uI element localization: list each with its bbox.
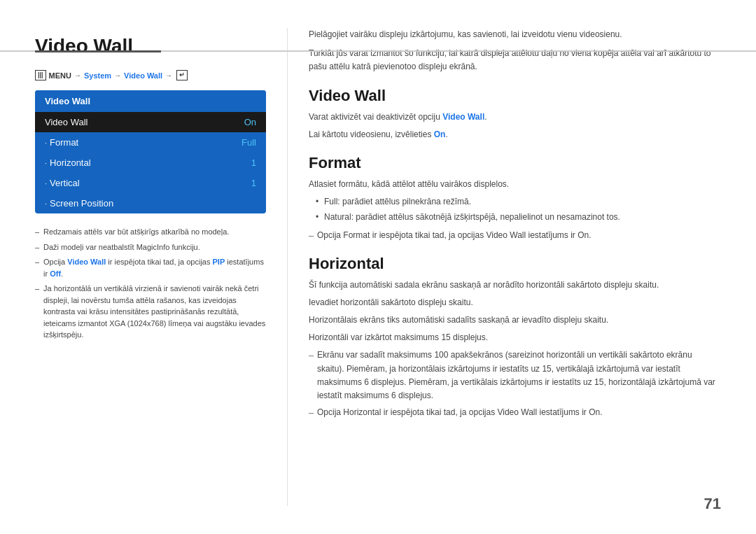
format-bullet-natural: Natural: parādiet attēlus sākotnējā izšķ… xyxy=(316,211,721,224)
section-body-vw-2: Lai kārtotu videosienu, izvēlieties On. xyxy=(309,128,721,141)
note-item-4: Ja horizontālā un vertikālā virzienā ir … xyxy=(35,283,266,341)
system-label: System xyxy=(84,71,111,80)
notes-section: Redzamais attēls var būt atšķirīgs atkar… xyxy=(35,226,266,341)
section-body-horiz-4: Horizontāli var izkārtot maksimums 15 di… xyxy=(309,331,721,344)
enter-icon: ↵ xyxy=(176,70,188,80)
menu-item-vertical[interactable]: ·Vertical 1 xyxy=(35,173,266,193)
menu-item-videowall[interactable]: Video Wall On xyxy=(35,112,266,132)
menu-item-format[interactable]: ·Format Full xyxy=(35,132,266,153)
section-body-horiz-1: Šī funkcija automātiski sadala ekrānu sa… xyxy=(309,279,721,292)
section-body-format-1: Atlasiet formātu, kādā attēlot attēlu va… xyxy=(309,178,721,191)
arrow1: → xyxy=(74,71,81,79)
arrow3: → xyxy=(165,71,172,79)
menu-box-title: Video Wall xyxy=(35,90,266,112)
page-title: Video Wall xyxy=(35,35,266,57)
menu-icon: ||| xyxy=(35,70,46,80)
note-item-2: Daži modeļi var neatbalstīt MagicInfo fu… xyxy=(35,241,266,253)
section-heading-horizontal: Horizontal xyxy=(309,255,721,273)
page-number: 71 xyxy=(704,495,721,513)
menu-item-format-label: ·Format xyxy=(45,137,78,148)
right-column: Pielāgojiet vairāku displeju izkārtojumu… xyxy=(287,28,721,506)
left-column: Video Wall ||| MENU → System → Video Wal… xyxy=(35,28,287,506)
menu-item-vertical-label: ·Vertical xyxy=(45,178,80,188)
menu-item-horizontal-label: ·Horizontal xyxy=(45,157,91,168)
menu-item-videowall-label: Video Wall xyxy=(45,117,88,127)
menu-item-screenposition-label: ·Screen Position xyxy=(45,198,113,209)
menu-item-horizontal-value: 1 xyxy=(251,157,256,168)
menu-item-horizontal[interactable]: ·Horizontal 1 xyxy=(35,153,266,173)
menu-label: MENU xyxy=(49,71,71,80)
menu-item-format-value: Full xyxy=(241,137,256,148)
menu-item-vertical-value: 1 xyxy=(251,178,256,188)
menu-item-screenposition[interactable]: ·Screen Position xyxy=(35,193,266,213)
horizontal-dash-note-1: Ekrānu var sadalīt maksimums 100 apakšek… xyxy=(309,349,721,402)
section-body-vw-1: Varat aktivizēt vai deaktivizēt opciju V… xyxy=(309,111,721,124)
intro-line-1: Pielāgojiet vairāku displeju izkārtojumu… xyxy=(309,28,721,41)
arrow2: → xyxy=(114,71,121,79)
section-body-horiz-3: Horizontālais ekrāns tiks automātiski sa… xyxy=(309,314,721,327)
format-bullet-full: Full: parādiet attēlus pilnekrāna režīmā… xyxy=(316,195,721,209)
format-bullets: Full: parādiet attēlus pilnekrāna režīmā… xyxy=(316,195,721,224)
note-item-3: Opcija Video Wall ir iespējota tikai tad… xyxy=(35,256,266,279)
menu-item-videowall-value: On xyxy=(244,117,256,127)
format-dash-note: Opcija Format ir iespējota tikai tad, ja… xyxy=(309,229,721,242)
note-item-1: Redzamais attēls var būt atšķirīgs atkar… xyxy=(35,226,266,238)
menu-path: ||| MENU → System → Video Wall → ↵ xyxy=(35,70,266,80)
section-body-horiz-2: Ievadiet horizontāli sakārtoto displeju … xyxy=(309,296,721,309)
section-heading-videowall: Video Wall xyxy=(309,87,721,105)
vwall-label: Video Wall xyxy=(124,71,162,80)
horizontal-dash-note-2: Opcija Horizontal ir iespējota tikai tad… xyxy=(309,406,721,419)
section-heading-format: Format xyxy=(309,154,721,172)
menu-box: Video Wall Video Wall On ·Format Full ·H… xyxy=(35,90,266,213)
